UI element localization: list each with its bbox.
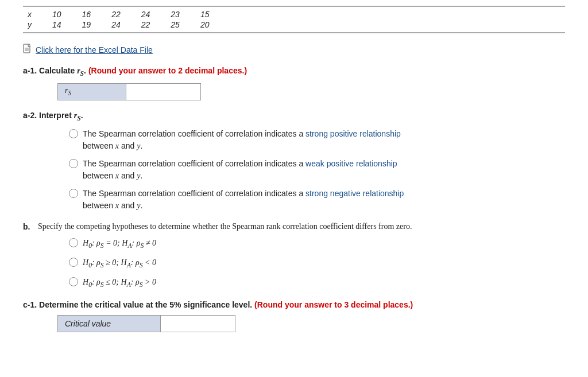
data-table: x 10 16 22 24 23 15 y 14 19 24 22 25 20 <box>23 9 219 30</box>
a2-radio-1[interactable] <box>69 129 78 138</box>
cell-y-4: 22 <box>131 20 161 30</box>
row-y-label: y <box>23 20 42 30</box>
data-table-container: x 10 16 22 24 23 15 y 14 19 24 22 25 20 <box>23 6 565 33</box>
c1-label: c-1. Determine the critical value at the… <box>23 300 565 309</box>
a2-option-1-text: The Spearman correlation coefficient of … <box>83 128 401 152</box>
file-icon <box>23 44 32 56</box>
b-option-3-text: H0: ρS ≤ 0; HA: ρS > 0 <box>83 276 156 290</box>
b-radio-1[interactable] <box>69 238 78 247</box>
a2-text: Interpret rS. <box>39 111 83 120</box>
cell-y-5: 25 <box>160 20 190 30</box>
c1-answer-input[interactable] <box>161 315 235 332</box>
a2-radio-group: The Spearman correlation coefficient of … <box>69 128 565 212</box>
row-x-label: x <box>23 9 42 20</box>
a2-option-2-text: The Spearman correlation coefficient of … <box>83 158 397 182</box>
c1-bold-red: (Round your answer to 3 decimal places.) <box>254 300 413 309</box>
cell-x-4: 24 <box>131 9 161 20</box>
a2-radio-2[interactable] <box>69 159 78 168</box>
b-letter: b. <box>23 222 33 231</box>
a2-option-3-text: The Spearman correlation coefficient of … <box>83 188 404 212</box>
excel-data-link[interactable]: Click here for the Excel Data File <box>36 45 153 55</box>
c1-input-label: Critical value <box>57 315 161 332</box>
a2-radio-3[interactable] <box>69 189 78 198</box>
cell-y-6: 20 <box>190 20 220 30</box>
cell-x-1: 10 <box>42 9 72 20</box>
b-option-2[interactable]: H0: ρS ≥ 0; HA: ρS < 0 <box>69 256 565 270</box>
a2-option-1[interactable]: The Spearman correlation coefficient of … <box>69 128 565 152</box>
c1-section: c-1. Determine the critical value at the… <box>23 300 565 332</box>
c1-text: Determine the critical value at the 5% s… <box>39 300 254 309</box>
a2-option-3[interactable]: The Spearman correlation coefficient of … <box>69 188 565 212</box>
b-radio-3[interactable] <box>69 277 78 286</box>
c1-prefix: c-1. <box>23 300 37 309</box>
a2-prefix: a-2. <box>23 111 37 120</box>
a2-label: a-2. Interpret rS. <box>23 111 565 122</box>
cell-x-2: 16 <box>72 9 102 20</box>
b-option-1-text: H0: ρS = 0; HA: ρS ≠ 0 <box>83 237 156 251</box>
b-option-3[interactable]: H0: ρS ≤ 0; HA: ρS > 0 <box>69 276 565 290</box>
b-text: Specify the competing hypotheses to dete… <box>38 222 412 231</box>
cell-y-1: 14 <box>42 20 72 30</box>
a1-input-label: rS <box>57 83 126 100</box>
excel-link-row: Click here for the Excel Data File <box>23 44 565 56</box>
a1-answer-input[interactable] <box>126 83 201 100</box>
cell-x-3: 22 <box>101 9 131 20</box>
section-b: b. Specify the competing hypotheses to d… <box>23 222 565 290</box>
a1-bold-red: (Round your answer to 2 decimal places.) <box>88 66 247 75</box>
cell-x-5: 23 <box>160 9 190 20</box>
b-label: b. Specify the competing hypotheses to d… <box>23 222 565 231</box>
b-option-1[interactable]: H0: ρS = 0; HA: ρS ≠ 0 <box>69 237 565 251</box>
a1-text: Calculate rS. <box>39 66 88 75</box>
b-radio-2[interactable] <box>69 258 78 267</box>
b-radio-group: H0: ρS = 0; HA: ρS ≠ 0 H0: ρS ≥ 0; HA: ρ… <box>69 237 565 290</box>
a1-section: a-1. Calculate rS. (Round your answer to… <box>23 66 565 77</box>
a2-section: a-2. Interpret rS. The Spearman correlat… <box>23 111 565 212</box>
cell-x-6: 15 <box>190 9 220 20</box>
c1-input-row: Critical value <box>57 315 565 332</box>
a2-option-2[interactable]: The Spearman correlation coefficient of … <box>69 158 565 182</box>
a1-input-row: rS <box>57 83 565 100</box>
b-option-2-text: H0: ρS ≥ 0; HA: ρS < 0 <box>83 256 156 270</box>
cell-y-2: 19 <box>72 20 102 30</box>
cell-y-3: 24 <box>101 20 131 30</box>
a1-prefix: a-1. <box>23 66 37 75</box>
